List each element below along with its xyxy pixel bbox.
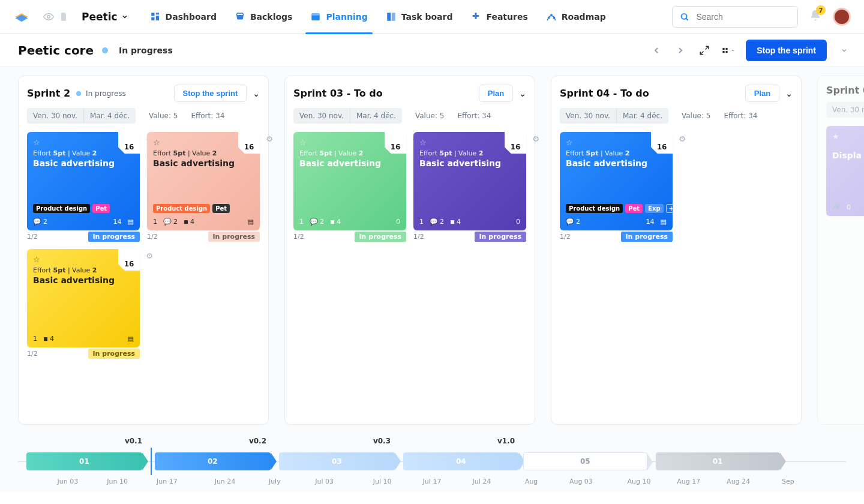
svg-rect-3 — [155, 16, 158, 20]
card-menu-icon[interactable]: ▤ — [661, 218, 667, 226]
timeline-sprint[interactable]: 05 — [523, 452, 647, 470]
story-card[interactable]: ⚙ 16 ☆ Effort 5pt | Value 2 Basic advert… — [413, 132, 526, 230]
page-title: Peetic core — [18, 43, 94, 58]
columns: Sprint 2 In progress Stop the sprint ⌄ V… — [18, 76, 864, 425]
app-logo-icon — [13, 8, 30, 25]
top-right: 7 — [672, 6, 851, 28]
card-menu-icon[interactable]: ▤ — [128, 335, 134, 343]
timeline: v0.1 v0.2 v0.3 v1.0 01 02 03 04 05 01 Ju… — [0, 425, 864, 492]
nav-items: Dashboard Backlogs Planning Task board F… — [150, 0, 606, 34]
card-below: 1/2In progress — [147, 232, 260, 242]
card-menu-icon[interactable]: ▤ — [248, 218, 254, 226]
story-card[interactable]: ⚙ 16 ☆ Effort 5pt | Value 2 Basic advert… — [27, 249, 140, 347]
view-switch-button[interactable] — [722, 44, 735, 57]
comments-count: 💬 2 — [310, 218, 324, 226]
tag: Exp — [645, 204, 663, 213]
timeline-sprint[interactable]: 03 — [279, 452, 395, 470]
card-title: Basic advertising — [33, 275, 134, 285]
column-menu-button[interactable]: ⌄ — [785, 89, 793, 98]
svg-rect-18 — [723, 50, 725, 52]
notifications-button[interactable]: 7 — [809, 9, 822, 24]
story-card[interactable]: ⚙ 16 ☆ Effort 5pt | Value 2 Basic advert… — [293, 132, 406, 230]
card-slot: ★ Displa 🔗0 — [826, 126, 864, 216]
features-icon — [470, 11, 481, 22]
card-title: Basic advertising — [566, 158, 667, 168]
version-label: v0.3 — [266, 437, 391, 445]
story-card[interactable]: ★ Displa 🔗0 — [826, 126, 864, 216]
star-icon[interactable]: ☆ — [33, 255, 134, 264]
gear-icon[interactable]: ⚙ — [532, 134, 539, 143]
comments-count: 💬 2 — [33, 218, 47, 226]
card-footer: 1 💬 2 ◾ 4 ▤ — [153, 218, 254, 226]
gear-icon[interactable]: ⚙ — [266, 134, 273, 143]
visibility-doc-icons — [43, 11, 68, 22]
column-menu-button[interactable]: ⌄ — [253, 89, 260, 98]
column-meta: Ven. 30 nov.Mar. 4 déc. Value: 5 Effort:… — [560, 108, 793, 124]
next-button[interactable] — [674, 44, 687, 57]
more-button[interactable] — [838, 44, 851, 57]
sprint-column: Sprint 04 - To do Plan ⌄ Ven. 30 nov.Mar… — [551, 76, 802, 425]
card-slot: ⚙ 16 ☆ Effort 5pt | Value 2 Basic advert… — [560, 132, 673, 242]
nav-label: Planning — [326, 12, 367, 22]
star-icon[interactable]: ☆ — [299, 138, 400, 147]
svg-rect-8 — [391, 13, 395, 21]
timeline-sprint[interactable]: 04 — [403, 452, 519, 470]
star-icon[interactable]: ☆ — [153, 138, 254, 147]
nav-planning[interactable]: Planning — [310, 0, 367, 34]
story-card[interactable]: ⚙ 16 ☆ Effort 5pt | Value 2 Basic advert… — [560, 132, 673, 230]
story-card[interactable]: ⚙ 16 ☆ Effort 5pt | Value 2 Basic advert… — [27, 132, 140, 230]
nav-label: Task board — [401, 12, 453, 22]
count: 1 — [33, 335, 37, 343]
images-count: ◾ 4 — [184, 218, 194, 226]
stop-sprint-button[interactable]: Stop the sprint — [746, 40, 827, 61]
nav-dashboard[interactable]: Dashboard — [150, 0, 217, 34]
column-title: Sprint 03 - To do — [293, 88, 383, 99]
svg-point-12 — [682, 13, 687, 19]
nav-taskboard[interactable]: Task board — [386, 0, 453, 34]
document-icon[interactable] — [59, 12, 68, 22]
eye-icon[interactable] — [43, 11, 54, 22]
nav-roadmap[interactable]: Roadmap — [546, 0, 606, 34]
tag-more[interactable]: +10 — [666, 204, 685, 213]
plan-button[interactable]: Plan — [479, 85, 513, 102]
nav-label: Roadmap — [562, 12, 606, 22]
nav-features[interactable]: Features — [470, 0, 527, 34]
column-title: Sprint 2 — [27, 88, 70, 99]
sprint-column: Sprint 03 - To do Plan ⌄ Ven. 30 nov.Mar… — [284, 76, 535, 425]
card-footer: 1 💬 2 ◾ 4 0 — [299, 218, 400, 226]
column-meta: Ven. 30 nov.Mar. 4 déc. Value: 5 Effort:… — [293, 108, 526, 124]
search-box[interactable] — [672, 6, 798, 28]
gear-icon[interactable]: ⚙ — [679, 134, 686, 143]
card-menu-icon[interactable]: ▤ — [128, 218, 134, 226]
card-below: 1/2In progress — [560, 232, 673, 242]
status-label: In progress — [119, 46, 173, 55]
timeline-sprint[interactable]: 02 — [155, 452, 271, 470]
expand-button[interactable] — [698, 44, 711, 57]
story-card[interactable]: ⚙ 16 ☆ Effort 5pt | Value 2 Basic advert… — [147, 132, 260, 230]
timeline-sprint[interactable]: 01 — [26, 452, 142, 470]
search-input[interactable] — [695, 11, 790, 22]
card-effort-value: Effort 5pt | Value 2 — [33, 149, 134, 157]
gear-icon[interactable]: ⚙ — [146, 251, 153, 260]
nav-backlogs[interactable]: Backlogs — [235, 0, 293, 34]
column-menu-button[interactable]: ⌄ — [519, 89, 526, 98]
prev-button[interactable] — [650, 44, 663, 57]
card-below: 1/2In progress — [293, 232, 406, 242]
version-label: v0.1 — [18, 437, 142, 445]
stop-sprint-mini-button[interactable]: Stop the sprint — [174, 85, 247, 102]
tag: Product design — [33, 204, 90, 213]
star-icon[interactable]: ★ — [832, 132, 864, 141]
star-icon[interactable]: ☆ — [566, 138, 667, 147]
tag: Product design — [153, 204, 210, 213]
link-icon: 🔗 — [832, 203, 841, 211]
sprint-bar[interactable]: 01 02 03 04 05 01 — [18, 448, 846, 475]
effort-label: Effort: 34 — [724, 112, 757, 120]
card-effort-value: Effort 5pt | Value 2 — [33, 266, 134, 274]
user-avatar[interactable] — [833, 8, 851, 26]
top-nav: Peetic Dashboard Backlogs Planning Task … — [0, 0, 864, 34]
star-icon[interactable]: ☆ — [419, 138, 520, 147]
plan-button[interactable]: Plan — [745, 85, 779, 102]
project-switcher[interactable]: Peetic — [82, 11, 128, 23]
star-icon[interactable]: ☆ — [33, 138, 134, 147]
timeline-sprint[interactable]: 01 — [656, 452, 780, 470]
